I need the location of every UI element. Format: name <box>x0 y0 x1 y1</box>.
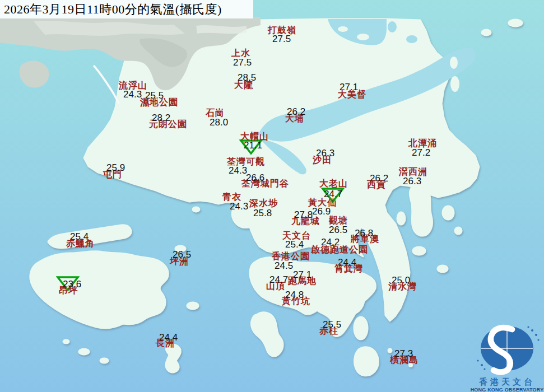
station-value: 25.8 <box>253 208 272 218</box>
station-value: 24.8 <box>285 290 304 300</box>
station-value: 25.4 <box>70 232 89 241</box>
station-value: 25.5 <box>323 320 341 329</box>
station-value: 26.6 <box>246 173 264 183</box>
station-value: 23.6 <box>63 279 81 289</box>
station-value: 26.3 <box>403 176 421 186</box>
station-name: 石崗 <box>206 109 225 118</box>
station-value: 25.5 <box>145 91 164 100</box>
station-value: 27.1 <box>340 82 358 92</box>
hko-emblem-icon <box>469 321 544 375</box>
station-value: 24.3 <box>229 166 247 175</box>
map-title: 2026年3月19日11時00分的氣溫(攝氏度) <box>4 1 222 18</box>
station-value: 28.0 <box>210 118 228 127</box>
stations-layer: 打鼓嶺27.5上水27.5大隴28.5流浮山24.3濕地公園25.5元朗公園28… <box>0 0 544 392</box>
station-value: 24.4 <box>338 258 356 267</box>
station-value: 26.2 <box>370 174 388 183</box>
station-value: 26.5 <box>329 225 347 235</box>
station-value: 27.5 <box>272 34 291 44</box>
station-value: 24.5 <box>275 261 293 270</box>
hko-logo: 香港天文台 HONG KONG OBSERVATORY <box>469 321 544 392</box>
station-value: 25.9 <box>106 163 125 172</box>
station-value: 27.3 <box>394 349 413 358</box>
hko-logo-english-name: HONG KONG OBSERVATORY <box>469 387 544 392</box>
station-value: 27.2 <box>412 148 430 157</box>
station-value: 24.2 <box>321 237 340 247</box>
station-name: 大老山 <box>319 179 348 188</box>
station-name: 觀塘 <box>329 216 348 225</box>
station-name: 滘西洲 <box>399 167 427 176</box>
station-value: 26.5 <box>173 250 191 259</box>
station-name: 上水 <box>231 49 250 58</box>
temperature-map-screen: 2026年3月19日11時00分的氣溫(攝氏度) 打鼓嶺27.5上水27.5大隴… <box>0 0 544 392</box>
station-value: 26.2 <box>287 107 305 116</box>
station-value: 27.5 <box>233 58 252 67</box>
station-value: 24.3 <box>123 90 142 99</box>
station-value: 21.1 <box>244 141 262 150</box>
station-value: 26.8 <box>355 228 373 238</box>
station-name: 北潭涌 <box>408 139 437 148</box>
station-name: 深水埗 <box>249 199 278 208</box>
station-value: 28.5 <box>238 73 256 82</box>
station-value: 27.1 <box>293 270 311 279</box>
station-name: 香港公園 <box>272 252 310 261</box>
station-value: 24.3 <box>230 202 248 211</box>
station-value: 24.4 <box>159 333 178 342</box>
station-value: 28.2 <box>152 113 170 123</box>
station-value: 26.9 <box>312 207 331 216</box>
station-value: 25.4 <box>285 240 304 249</box>
station-value: 24.7 <box>269 275 288 284</box>
station-value: 25.0 <box>392 276 410 285</box>
station-value: 26.3 <box>316 148 334 158</box>
station-value: 27.8 <box>294 210 313 220</box>
hko-logo-chinese-name: 香港天文台 <box>469 377 544 387</box>
title-bar: 2026年3月19日11時00分的氣溫(攝氏度) <box>0 0 253 18</box>
station-name: 青衣 <box>222 193 241 202</box>
